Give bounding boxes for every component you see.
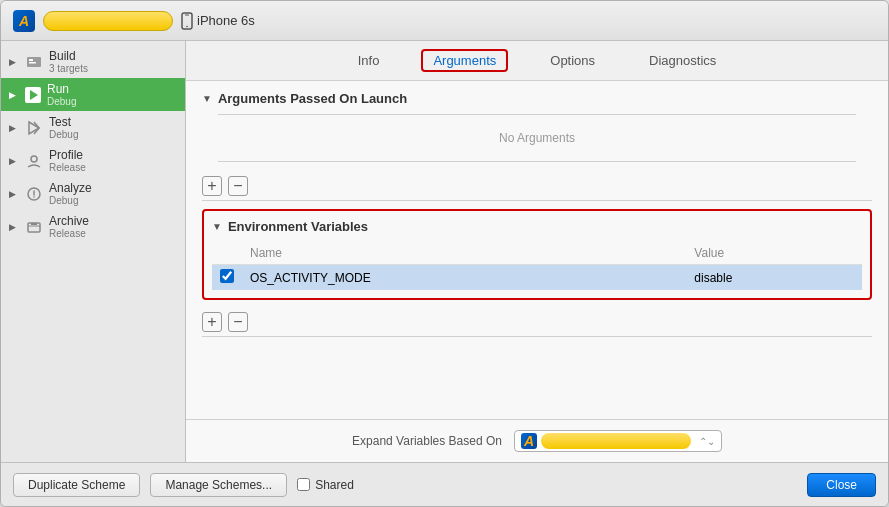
env-add-button[interactable]: +: [202, 312, 222, 332]
analyze-icon: [25, 185, 43, 203]
sidebar-item-run[interactable]: ▶ Run Debug: [1, 78, 185, 111]
env-triangle: ▼: [212, 221, 222, 232]
tab-options[interactable]: Options: [538, 49, 607, 72]
profile-text: Profile Release: [49, 148, 177, 173]
analyze-text: Analyze Debug: [49, 181, 177, 206]
profile-arrow: ▶: [9, 156, 19, 166]
duplicate-scheme-button[interactable]: Duplicate Scheme: [13, 473, 140, 497]
shared-area: Shared: [297, 478, 354, 492]
tab-info[interactable]: Info: [346, 49, 392, 72]
table-row: OS_ACTIVITY_MODE disable: [212, 265, 862, 291]
expand-label: Expand Variables Based On: [352, 434, 502, 448]
launch-section-header: ▼ Arguments Passed On Launch: [202, 91, 872, 106]
env-value-col-header: Value: [686, 242, 862, 265]
expand-scheme-pill: [541, 433, 691, 449]
svg-point-1: [186, 25, 188, 27]
expand-xcode-icon: [521, 433, 537, 449]
panel-content: ▼ Arguments Passed On Launch No Argument…: [186, 81, 888, 462]
launch-section-title: Arguments Passed On Launch: [218, 91, 407, 106]
env-section-title: Environment Variables: [228, 219, 368, 234]
profile-icon: [25, 152, 43, 170]
launch-add-button[interactable]: +: [202, 176, 222, 196]
test-text: Test Debug: [49, 115, 177, 140]
test-arrow: ▶: [9, 123, 19, 133]
bottom-bar: Duplicate Scheme Manage Schemes... Share…: [1, 462, 888, 506]
svg-point-6: [31, 156, 37, 162]
archive-text: Archive Release: [49, 214, 177, 239]
run-text: Run Debug: [47, 82, 177, 107]
right-panel: Info Arguments Options Diagnostics ▼ Arg…: [186, 41, 888, 462]
tabs-bar: Info Arguments Options Diagnostics: [186, 41, 888, 81]
launch-divider-bottom: [218, 161, 856, 162]
archive-arrow: ▶: [9, 222, 19, 232]
env-section-header: ▼ Environment Variables: [212, 219, 862, 234]
svg-rect-12: [31, 223, 37, 225]
archive-icon: [25, 218, 43, 236]
env-section: ▼ Environment Variables Name Value: [202, 209, 872, 300]
sidebar-item-test[interactable]: ▶ Test Debug: [1, 111, 185, 144]
env-row-value: disable: [686, 265, 862, 291]
env-add-remove: + −: [186, 308, 888, 336]
device-name: iPhone 6s: [197, 13, 255, 28]
sidebar-item-build[interactable]: ▶ Build 3 targets: [1, 45, 185, 78]
env-bottom-divider: [202, 336, 872, 337]
env-check-col: [212, 242, 242, 265]
title-bar: iPhone 6s: [1, 1, 888, 41]
build-arrow: ▶: [9, 57, 19, 67]
svg-point-9: [33, 196, 35, 198]
build-icon: [25, 53, 43, 71]
launch-triangle: ▼: [202, 93, 212, 104]
sidebar-item-analyze[interactable]: ▶ Analyze Debug: [1, 177, 185, 210]
manage-schemes-button[interactable]: Manage Schemes...: [150, 473, 287, 497]
sidebar-item-profile[interactable]: ▶ Profile Release: [1, 144, 185, 177]
svg-rect-5: [29, 62, 36, 64]
expand-dropdown[interactable]: ⌃⌄: [514, 430, 722, 452]
main-window: iPhone 6s ▶ Build 3 targets: [0, 0, 889, 507]
svg-rect-4: [29, 59, 33, 61]
run-icon: [25, 87, 41, 103]
sidebar: ▶ Build 3 targets ▶: [1, 41, 186, 462]
env-remove-button[interactable]: −: [228, 312, 248, 332]
expand-row: Expand Variables Based On ⌃⌄: [186, 419, 888, 462]
xcode-icon: [13, 10, 35, 32]
iphone-icon: [181, 12, 193, 30]
launch-add-remove: + −: [186, 172, 888, 200]
tab-arguments[interactable]: Arguments: [421, 49, 508, 72]
env-table-header: Name Value: [212, 242, 862, 265]
no-arguments-text: No Arguments: [202, 115, 872, 161]
main-content: ▶ Build 3 targets ▶: [1, 41, 888, 462]
expand-dropdown-arrow: ⌃⌄: [699, 436, 715, 447]
build-text: Build 3 targets: [49, 49, 177, 74]
launch-section: ▼ Arguments Passed On Launch No Argument…: [186, 81, 888, 172]
analyze-arrow: ▶: [9, 189, 19, 199]
tab-diagnostics[interactable]: Diagnostics: [637, 49, 728, 72]
run-arrow: ▶: [9, 90, 19, 100]
scheme-pill[interactable]: [43, 11, 173, 31]
close-button[interactable]: Close: [807, 473, 876, 497]
env-row-checkbox[interactable]: [220, 269, 234, 283]
shared-label: Shared: [315, 478, 354, 492]
sidebar-item-archive[interactable]: ▶ Archive Release: [1, 210, 185, 243]
test-icon: [25, 119, 43, 137]
launch-remove-button[interactable]: −: [228, 176, 248, 196]
env-name-col-header: Name: [242, 242, 686, 265]
device-label: iPhone 6s: [181, 12, 255, 30]
env-row-name: OS_ACTIVITY_MODE: [242, 265, 686, 291]
env-row-check-cell: [212, 265, 242, 291]
shared-checkbox[interactable]: [297, 478, 310, 491]
env-table: Name Value OS_ACTIVITY_MODE disable: [212, 242, 862, 290]
section-divider: [202, 200, 872, 201]
